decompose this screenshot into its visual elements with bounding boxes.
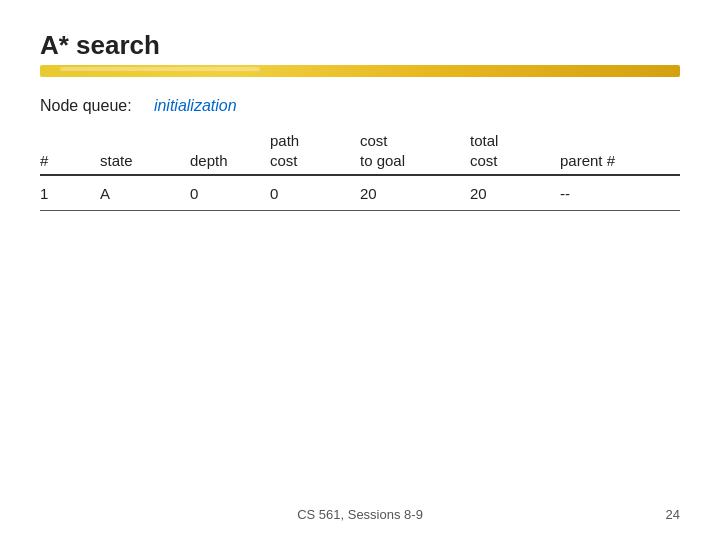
title-area: A* search xyxy=(40,30,680,77)
footer-label: CS 561, Sessions 8-9 xyxy=(297,507,423,522)
header-state: state xyxy=(100,151,190,171)
cell-num: 1 xyxy=(40,185,100,202)
node-queue-label: Node queue: initialization xyxy=(40,97,680,115)
header-num: # xyxy=(40,151,100,171)
cell-depth: 0 xyxy=(190,185,270,202)
slide-container: A* search Node queue: initialization # s… xyxy=(0,0,720,540)
table-row: 1 A 0 0 20 20 -- xyxy=(40,178,680,211)
header-depth: depth xyxy=(190,151,270,171)
header-total-cost: totalcost xyxy=(470,131,560,170)
cell-total-cost: 20 xyxy=(470,184,560,204)
yellow-bar-decoration xyxy=(40,65,680,77)
header-path-cost: pathcost xyxy=(270,131,360,170)
cell-parent: -- xyxy=(560,185,650,202)
node-queue-text: Node queue: xyxy=(40,97,132,114)
slide-title: A* search xyxy=(40,30,680,61)
cell-cost-to-goal: 20 xyxy=(360,184,470,204)
node-table: # state depth pathcost costto goal total… xyxy=(40,131,680,211)
slide-footer: CS 561, Sessions 8-9 xyxy=(0,507,720,522)
cell-path-cost: 0 xyxy=(270,184,360,204)
cell-state: A xyxy=(100,185,190,202)
initialization-label: initialization xyxy=(154,97,237,114)
footer-page-number: 24 xyxy=(666,507,680,522)
header-parent: parent # xyxy=(560,151,650,171)
table-header-row: # state depth pathcost costto goal total… xyxy=(40,131,680,176)
header-cost-to-goal: costto goal xyxy=(360,131,470,170)
